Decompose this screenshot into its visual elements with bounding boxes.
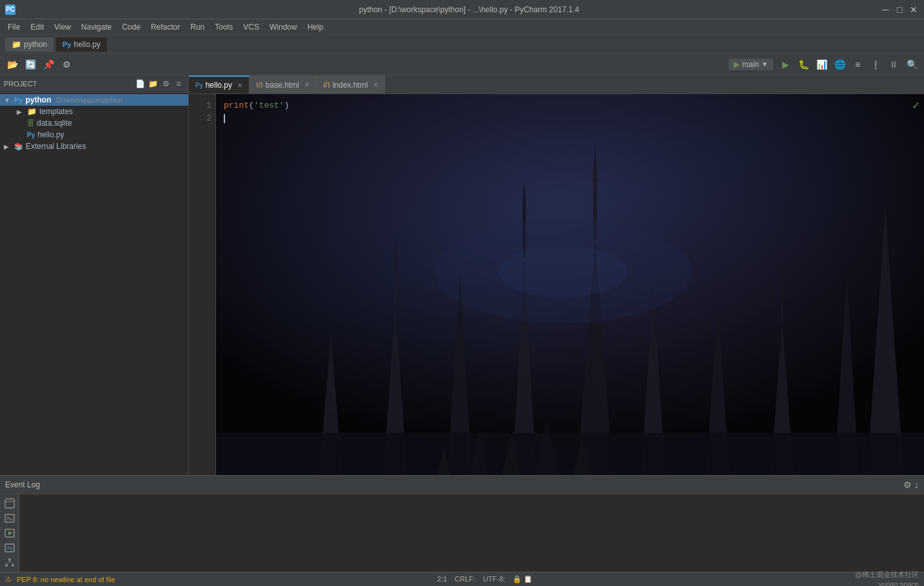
python-folder-icon: Py xyxy=(14,96,23,104)
sidebar-new-file-icon[interactable]: 📄 xyxy=(134,78,146,90)
code-editor[interactable]: print('test') xyxy=(216,94,924,475)
tree-item-python-root[interactable]: ▼ Py python D:\workspace\python xyxy=(0,94,188,106)
app-tab-python-label: python xyxy=(24,40,47,49)
profile-button[interactable]: 📊 xyxy=(813,56,830,73)
menu-edit[interactable]: Edit xyxy=(25,21,49,33)
sidebar-new-folder-icon[interactable]: 📁 xyxy=(147,78,159,90)
menu-code[interactable]: Code xyxy=(117,21,146,33)
tree-item-hellopy[interactable]: Py hello.py xyxy=(0,129,188,141)
maximize-button[interactable]: □ xyxy=(894,5,905,15)
pause-button[interactable]: ⏸ xyxy=(885,56,902,73)
editor-tab-basehtml[interactable]: ⟨/⟩ base.html ✕ xyxy=(250,75,317,93)
terminal-icon-svg xyxy=(4,513,15,524)
run-config-label: main xyxy=(742,60,759,69)
event-log-settings-icon[interactable]: ⚙ xyxy=(903,480,912,490)
status-right: 2:1 CRLF: UTF-8: 🔒 📋 xyxy=(437,575,533,583)
toolbar-settings[interactable]: ⚙ xyxy=(58,56,75,73)
tab-html-icon-base: ⟨/⟩ xyxy=(256,81,263,88)
tree-arrow-ext-lib: ▶ xyxy=(4,143,12,150)
run-config-arrow: ▼ xyxy=(762,61,768,68)
watermark-text: @稀土掘金技术社区yunao.space xyxy=(855,570,919,586)
tab-html-icon-index: ⟨/⟩ xyxy=(323,81,330,88)
event-log-actions: ⚙ ↓ xyxy=(903,480,919,490)
tab-close-basehtml[interactable]: ✕ xyxy=(304,81,310,88)
menu-vcs[interactable]: VCS xyxy=(238,21,264,33)
editor-checkmark: ✓ xyxy=(912,99,920,112)
main-toolbar: 📂 🔄 📌 ⚙ ▶ main ▼ ▶ 🐛 📊 🌐 ≡ | ⏸ 🔍 xyxy=(0,54,924,75)
code-paren-open: ( xyxy=(249,99,254,112)
editor-tab-indexhtml[interactable]: ⟨/⟩ index.html ✕ xyxy=(317,75,385,93)
tab-close-hellopy[interactable]: ✕ xyxy=(237,82,242,89)
status-warning-icon: ⚠ xyxy=(5,575,12,583)
line-number-1: 1 xyxy=(193,99,211,112)
toolbar-pin[interactable]: 📌 xyxy=(40,56,57,73)
svg-line-39 xyxy=(10,561,13,564)
folder-templates-icon: 📁 xyxy=(27,107,37,116)
svg-text:Py: Py xyxy=(7,546,13,551)
titlebar: PC python - [D:\workspace\python] - ...\… xyxy=(0,0,924,19)
sidebar-settings-icon[interactable]: ⚙ xyxy=(160,78,172,90)
sidebar-collapse-icon[interactable]: ≡ xyxy=(173,78,184,90)
tree-item-external-libraries[interactable]: ▶ 📚 External Libraries xyxy=(0,141,188,152)
editor-tab-hellopy[interactable]: Py hello.py ✕ xyxy=(189,75,250,93)
tree-label-hellopy: hello.py xyxy=(37,130,64,139)
run-config-selector[interactable]: ▶ main ▼ xyxy=(729,59,773,70)
tree-label-templates: templates xyxy=(39,107,73,116)
left-icon-terminal[interactable] xyxy=(3,512,17,524)
app-tabs-bar: 📁 python Py hello.py xyxy=(0,35,924,54)
minimize-button[interactable]: ─ xyxy=(880,5,890,15)
run-icon-svg xyxy=(4,527,15,539)
sidebar: Project 📄 📁 ⚙ ≡ ▼ Py python D:\workspace… xyxy=(0,75,189,475)
event-log-close-icon[interactable]: ↓ xyxy=(914,480,919,490)
editor-area: Py hello.py ✕ ⟨/⟩ base.html ✕ ⟨/⟩ index.… xyxy=(189,75,924,475)
sidebar-header: Project 📄 📁 ⚙ ≡ xyxy=(0,75,188,93)
bottom-toolbar: Py xyxy=(0,494,924,572)
left-icon-python-console[interactable]: Py xyxy=(3,542,17,554)
search-toolbar-button[interactable]: 🔍 xyxy=(903,56,920,73)
code-line-2 xyxy=(224,112,916,125)
terminal-button[interactable]: ≡ xyxy=(849,56,866,73)
menu-help[interactable]: Help xyxy=(302,21,329,33)
code-line-1: print('test') xyxy=(224,99,916,112)
tab-close-indexhtml[interactable]: ✕ xyxy=(373,81,378,88)
toolbar-right-buttons: ▶ 🐛 📊 🌐 ≡ | ⏸ xyxy=(777,56,902,73)
tree-label-external-libraries: External Libraries xyxy=(26,142,86,151)
menu-refactor[interactable]: Refactor xyxy=(146,21,185,33)
event-log-content xyxy=(19,494,924,572)
run-icon: ▶ xyxy=(734,60,740,69)
menu-tools[interactable]: Tools xyxy=(210,21,238,33)
status-linesep: CRLF: xyxy=(455,575,475,583)
sqlite-file-icon: 🗄 xyxy=(27,119,34,127)
sidebar-header-icons: 📄 📁 ⚙ ≡ xyxy=(134,78,184,90)
tree-item-templates[interactable]: ▶ 📁 templates xyxy=(0,106,188,117)
left-icon-structure[interactable] xyxy=(3,557,17,569)
tree-item-datasqlite[interactable]: 🗄 data.sqlite xyxy=(0,117,188,129)
sidebar-title: Project xyxy=(4,80,132,88)
app-tab-hellopy-label: hello.py xyxy=(74,40,101,49)
app-tab-python[interactable]: 📁 python xyxy=(5,37,54,52)
menu-run[interactable]: Run xyxy=(185,21,210,33)
status-encoding: UTF-8: xyxy=(483,575,505,583)
menu-file[interactable]: File xyxy=(3,21,25,33)
app-tab-hellopy[interactable]: Py hello.py xyxy=(56,37,107,52)
tab-py-icon-hello: Py xyxy=(195,82,203,89)
left-icon-event[interactable] xyxy=(3,497,17,509)
close-button[interactable]: ✕ xyxy=(909,5,919,15)
tab-label-indexhtml: index.html xyxy=(333,81,368,90)
toolbar-open-folder[interactable]: 📂 xyxy=(4,56,21,73)
menu-view[interactable]: View xyxy=(49,21,76,33)
text-cursor xyxy=(224,114,225,123)
editor-content[interactable]: 1 2 print('test') ✓ xyxy=(189,94,924,475)
run-button[interactable]: ▶ xyxy=(777,56,794,73)
vcs-button[interactable]: | xyxy=(867,56,884,73)
statusbar: ⚠ PEP 8: no newline at end of file 2:1 C… xyxy=(0,572,924,586)
event-log-header: Event Log ⚙ ↓ xyxy=(0,475,924,494)
left-icon-run[interactable] xyxy=(3,527,17,539)
coverage-button[interactable]: 🌐 xyxy=(831,56,848,73)
menu-window[interactable]: Window xyxy=(264,21,302,33)
py-file-tree-icon: Py xyxy=(27,132,35,139)
menu-navigate[interactable]: Navigate xyxy=(76,21,117,33)
toolbar-sync[interactable]: 🔄 xyxy=(22,56,39,73)
line-numbers: 1 2 xyxy=(189,94,216,475)
debug-button[interactable]: 🐛 xyxy=(795,56,812,73)
